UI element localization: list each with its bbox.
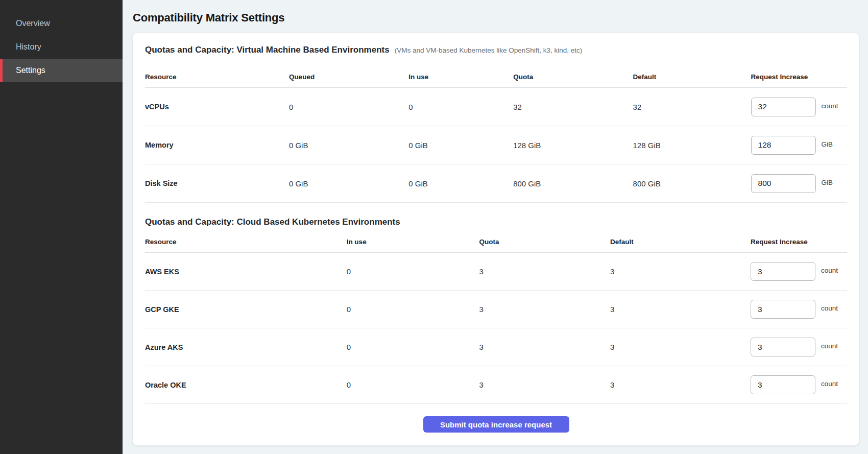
in-use-value: 0 GiB	[408, 141, 513, 150]
resource-name: Disk Size	[145, 179, 289, 187]
queued-value: 0 GiB	[289, 141, 408, 150]
table-row-gcp-gke: GCP GKE 0 3 3 count	[145, 291, 847, 328]
sidebar-item-label: Overview	[16, 19, 50, 28]
default-value: 128 GiB	[633, 141, 751, 150]
page-title: Compatibility Matrix Settings	[133, 11, 859, 25]
table-row-oracle-oke: Oracle OKE 0 3 3 count	[145, 366, 847, 404]
sidebar-item-settings[interactable]: Settings	[0, 59, 123, 82]
vm-section-subtitle: (VMs and VM-based Kubernetes like OpenSh…	[395, 46, 583, 54]
request-increase-cell: GiB	[751, 136, 847, 155]
unit-label: GiB	[822, 179, 833, 186]
unit-label: count	[822, 102, 838, 110]
submit-button-bar: Submit quota increase request	[145, 404, 847, 445]
column-header-resource: Resource	[145, 238, 347, 246]
request-increase-cell: count	[751, 98, 847, 116]
quota-value: 32	[513, 103, 633, 111]
default-value: 3	[610, 305, 751, 314]
resource-name: Oracle OKE	[145, 381, 347, 389]
vm-section-title: Quotas and Capacity: Virtual Machine Bas…	[145, 45, 390, 55]
sidebar-item-label: Settings	[16, 66, 45, 75]
default-value: 3	[610, 380, 751, 389]
vcpus-request-input[interactable]	[751, 98, 816, 116]
app-window: Overview History Settings Compatibility …	[0, 0, 868, 454]
table-row-memory: Memory 0 GiB 0 GiB 128 GiB 128 GiB GiB	[145, 126, 847, 164]
unit-label: count	[821, 267, 838, 274]
column-header-queued: Queued	[289, 73, 408, 81]
sidebar-item-history[interactable]: History	[0, 35, 123, 59]
gcp-gke-request-input[interactable]	[751, 300, 815, 319]
column-header-quota: Quota	[513, 73, 633, 81]
cloud-section-title: Quotas and Capacity: Cloud Based Kuberne…	[145, 217, 400, 227]
in-use-value: 0	[347, 267, 479, 276]
submit-quota-increase-button[interactable]: Submit quota increase request	[423, 416, 569, 433]
vm-section-header: Quotas and Capacity: Virtual Machine Bas…	[145, 45, 847, 55]
column-header-request-increase: Request Increase	[751, 238, 847, 246]
quota-value: 800 GiB	[513, 179, 633, 188]
resource-name: AWS EKS	[145, 268, 347, 276]
vm-table-header: Resource Queued In use Quota Default Req…	[145, 55, 847, 88]
cloud-table-header: Resource In use Quota Default Request In…	[145, 227, 847, 253]
settings-card: Quotas and Capacity: Virtual Machine Bas…	[132, 32, 859, 446]
unit-label: GiB	[822, 140, 833, 148]
default-value: 800 GiB	[633, 179, 751, 188]
in-use-value: 0	[347, 305, 479, 314]
default-value: 32	[633, 103, 751, 111]
resource-name: Azure AKS	[145, 343, 347, 351]
cloud-section-header: Quotas and Capacity: Cloud Based Kuberne…	[145, 217, 847, 227]
unit-label: count	[821, 380, 838, 388]
resource-name: GCP GKE	[145, 305, 347, 314]
request-increase-cell: GiB	[751, 174, 847, 193]
table-row-disk-size: Disk Size 0 GiB 0 GiB 800 GiB 800 GiB Gi…	[145, 164, 847, 203]
unit-label: count	[821, 342, 838, 350]
default-value: 3	[610, 267, 751, 276]
request-increase-cell: count	[751, 375, 847, 394]
main-content: Compatibility Matrix Settings Quotas and…	[123, 0, 868, 454]
in-use-value: 0	[347, 380, 479, 389]
default-value: 3	[610, 343, 751, 351]
queued-value: 0	[289, 103, 408, 111]
column-header-default: Default	[633, 73, 751, 81]
table-row-vcpus: vCPUs 0 0 32 32 count	[145, 88, 847, 126]
quota-value: 3	[479, 305, 610, 314]
quota-value: 3	[479, 380, 610, 389]
resource-name: vCPUs	[145, 103, 289, 111]
request-increase-cell: count	[751, 338, 847, 356]
active-accent-bar	[0, 59, 3, 82]
column-header-in-use: In use	[408, 73, 513, 81]
column-header-default: Default	[610, 238, 751, 246]
azure-aks-request-input[interactable]	[751, 338, 815, 356]
disk-size-request-input[interactable]	[751, 174, 816, 193]
memory-request-input[interactable]	[751, 136, 816, 155]
table-row-azure-aks: Azure AKS 0 3 3 count	[145, 328, 847, 366]
in-use-value: 0	[347, 343, 479, 351]
request-increase-cell: count	[751, 262, 847, 281]
unit-label: count	[821, 304, 838, 312]
quota-value: 3	[479, 267, 610, 276]
sidebar-item-overview[interactable]: Overview	[0, 12, 123, 35]
column-header-resource: Resource	[145, 73, 289, 81]
resource-name: Memory	[145, 141, 289, 149]
sidebar-item-label: History	[16, 42, 41, 52]
quota-value: 128 GiB	[513, 141, 633, 150]
quota-value: 3	[479, 343, 610, 351]
table-row-aws-eks: AWS EKS 0 3 3 count	[145, 253, 847, 291]
column-header-quota: Quota	[479, 238, 610, 246]
sidebar: Overview History Settings	[0, 0, 123, 454]
queued-value: 0 GiB	[289, 179, 408, 188]
in-use-value: 0	[408, 103, 513, 111]
in-use-value: 0 GiB	[408, 179, 513, 188]
aws-eks-request-input[interactable]	[751, 262, 815, 281]
oracle-oke-request-input[interactable]	[751, 375, 815, 394]
request-increase-cell: count	[751, 300, 847, 319]
column-header-in-use: In use	[347, 238, 479, 246]
column-header-request-increase: Request Increase	[751, 73, 847, 81]
